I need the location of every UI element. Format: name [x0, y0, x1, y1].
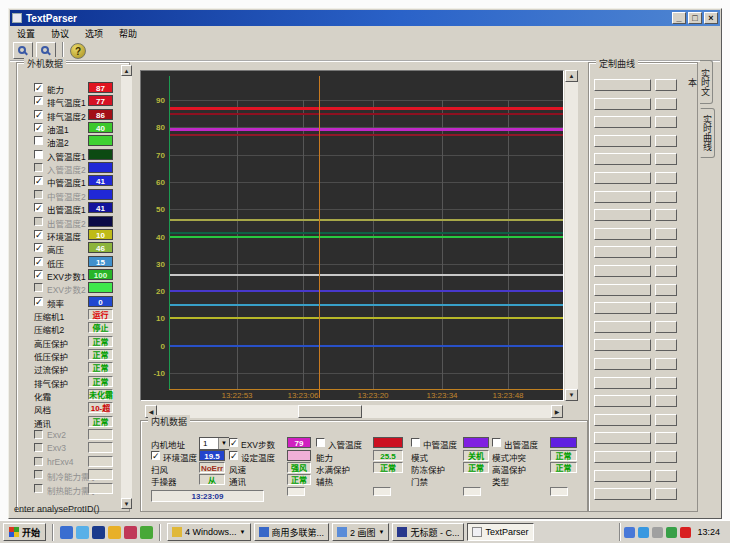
checkbox[interactable]	[34, 457, 43, 466]
checkbox[interactable]: ✓	[151, 451, 160, 460]
side-tab[interactable]: 实时文本	[700, 60, 713, 104]
curve-value-button[interactable]	[655, 451, 677, 463]
curve-slot-button[interactable]	[594, 451, 651, 463]
curve-value-button[interactable]	[655, 358, 677, 370]
close-button[interactable]: ×	[704, 12, 718, 24]
curve-slot-button[interactable]	[594, 321, 651, 333]
chevron-down-icon[interactable]: ▼	[218, 438, 229, 449]
curve-slot-button[interactable]	[594, 470, 651, 482]
taskbar-button[interactable]: TextParser	[467, 523, 533, 541]
curve-value-button[interactable]	[655, 172, 677, 184]
curve-slot-button[interactable]	[594, 432, 651, 444]
checkbox[interactable]	[34, 136, 43, 145]
hscrollbar-thumb[interactable]	[298, 405, 362, 418]
curve-value-button[interactable]	[655, 116, 677, 128]
minimize-button[interactable]: _	[672, 12, 686, 24]
scroll-up-icon[interactable]: ▲	[565, 70, 578, 82]
checkbox[interactable]	[34, 430, 43, 439]
checkbox[interactable]: ✓	[34, 270, 43, 279]
curve-slot-button[interactable]	[594, 488, 651, 500]
curve-value-button[interactable]	[655, 228, 677, 240]
curve-slot-button[interactable]	[594, 191, 651, 203]
curve-slot-button[interactable]	[594, 339, 651, 351]
curve-slot-button[interactable]	[594, 135, 651, 147]
checkbox[interactable]	[34, 217, 43, 226]
curve-slot-button[interactable]	[594, 172, 651, 184]
curve-slot-button[interactable]	[594, 246, 651, 258]
checkbox[interactable]: ✓	[34, 110, 43, 119]
checkbox[interactable]	[34, 163, 43, 172]
unit-address-dropdown[interactable]: 1▼	[199, 437, 229, 450]
checkbox[interactable]: ✓	[34, 96, 43, 105]
checkbox[interactable]	[34, 190, 43, 199]
left-panel-scrollbar[interactable]	[121, 65, 132, 509]
checkbox[interactable]	[34, 470, 43, 479]
menu-item[interactable]: 帮助	[112, 26, 144, 41]
curve-value-button[interactable]	[655, 191, 677, 203]
curve-value-button[interactable]	[655, 153, 677, 165]
checkbox[interactable]	[316, 438, 325, 447]
curve-slot-button[interactable]	[594, 284, 651, 296]
quick-launch-icon[interactable]	[140, 526, 153, 539]
help-button[interactable]: ?	[70, 43, 86, 59]
chart-vscrollbar[interactable]	[565, 70, 578, 401]
checkbox[interactable]: ✓	[229, 438, 238, 447]
quick-launch-icon[interactable]	[124, 526, 137, 539]
checkbox[interactable]: ✓	[34, 176, 43, 185]
checkbox[interactable]: ✓	[34, 243, 43, 252]
curve-slot-button[interactable]	[594, 79, 651, 91]
chevron-down-icon[interactable]: ▼	[379, 529, 385, 535]
scroll-up-icon[interactable]: ▲	[121, 65, 132, 76]
quick-launch-icon[interactable]	[60, 526, 73, 539]
curve-value-button[interactable]	[655, 339, 677, 351]
scroll-right-icon[interactable]: ▶	[551, 405, 563, 418]
curve-value-button[interactable]	[655, 265, 677, 277]
menu-item[interactable]: 选项	[78, 26, 110, 41]
checkbox[interactable]	[34, 150, 43, 159]
checkbox[interactable]: ✓	[34, 257, 43, 266]
curve-value-button[interactable]	[655, 470, 677, 482]
curve-value-button[interactable]	[655, 414, 677, 426]
curve-value-button[interactable]	[655, 79, 677, 91]
curve-slot-button[interactable]	[594, 116, 651, 128]
checkbox[interactable]: ✓	[34, 230, 43, 239]
curve-value-button[interactable]	[655, 302, 677, 314]
curve-slot-button[interactable]	[594, 358, 651, 370]
checkbox[interactable]: ✓	[34, 297, 43, 306]
taskbar-button[interactable]: 商用多联第...	[254, 523, 330, 541]
curve-slot-button[interactable]	[594, 414, 651, 426]
curve-slot-button[interactable]	[594, 98, 651, 110]
curve-slot-button[interactable]	[594, 209, 651, 221]
scroll-down-icon[interactable]: ▼	[565, 389, 578, 401]
taskbar-button[interactable]: 2 画图▼	[332, 523, 389, 541]
curve-slot-button[interactable]	[594, 377, 651, 389]
checkbox[interactable]: ✓	[34, 123, 43, 132]
quick-launch-icon[interactable]	[92, 526, 105, 539]
curve-slot-button[interactable]	[594, 153, 651, 165]
menu-item[interactable]: 设置	[10, 26, 42, 41]
title-bar[interactable]: TextParser _ □ ×	[10, 10, 720, 26]
checkbox[interactable]	[34, 443, 43, 452]
curve-value-button[interactable]	[655, 284, 677, 296]
curve-value-button[interactable]	[655, 209, 677, 221]
checkbox[interactable]: ✓	[34, 203, 43, 212]
tray-icon[interactable]	[638, 527, 649, 538]
checkbox[interactable]	[34, 484, 43, 493]
taskbar-button[interactable]: 无标题 - C...	[392, 523, 464, 541]
checkbox[interactable]	[411, 438, 420, 447]
checkbox[interactable]	[492, 438, 501, 447]
curve-value-button[interactable]	[655, 246, 677, 258]
quick-launch-icon[interactable]	[76, 526, 89, 539]
curve-value-button[interactable]	[655, 135, 677, 147]
menu-item[interactable]: 协议	[44, 26, 76, 41]
checkbox[interactable]: ✓	[229, 451, 238, 460]
side-tab[interactable]: 实时曲线	[700, 108, 715, 158]
chevron-down-icon[interactable]: ▼	[240, 529, 246, 535]
curve-value-button[interactable]	[655, 321, 677, 333]
restore-button[interactable]: □	[688, 12, 702, 24]
curve-value-button[interactable]	[655, 395, 677, 407]
scroll-down-icon[interactable]: ▼	[121, 498, 132, 509]
quick-launch-icon[interactable]	[108, 526, 121, 539]
tray-icon[interactable]	[666, 527, 677, 538]
curve-value-button[interactable]	[655, 98, 677, 110]
